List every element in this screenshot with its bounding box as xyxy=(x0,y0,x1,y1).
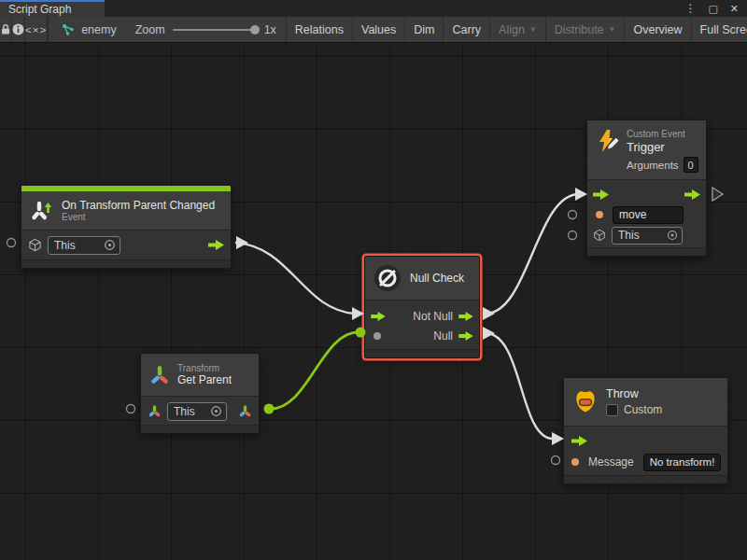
node-subtitle: Event xyxy=(62,212,215,222)
target-picker-icon[interactable] xyxy=(667,230,678,241)
node-get-parent[interactable]: Transform Get Parent This xyxy=(140,353,260,434)
zoom-label: Zoom xyxy=(135,23,165,36)
node-title: Throw xyxy=(606,387,662,400)
custom-checkbox-label: Custom xyxy=(624,403,662,416)
info-icon xyxy=(12,23,24,35)
dim-button[interactable]: Dim xyxy=(404,17,443,42)
control-output-port[interactable] xyxy=(684,189,700,200)
control-input-port[interactable] xyxy=(371,312,386,321)
relations-label: Relations xyxy=(295,23,344,36)
edit-code-button[interactable]: <×> xyxy=(25,17,48,42)
tab-bar: Script Graph ⋮ ▢ ✕ xyxy=(0,0,747,17)
arguments-count-field[interactable]: 0 xyxy=(684,157,698,173)
transform-event-icon xyxy=(30,199,54,223)
message-input-port[interactable] xyxy=(571,458,579,466)
target-picker-icon[interactable] xyxy=(104,239,116,251)
tab-script-graph[interactable]: Script Graph xyxy=(0,0,105,17)
transform-input-port[interactable] xyxy=(148,404,162,418)
graph-breadcrumb[interactable]: enemy xyxy=(49,17,126,42)
inspect-button[interactable] xyxy=(12,17,25,42)
node-category: Transform xyxy=(177,363,232,373)
node-custom-event-trigger[interactable]: Custom Event Trigger Arguments 0 xyxy=(586,119,707,257)
target-this-field[interactable]: This xyxy=(612,227,683,245)
node-title: Trigger xyxy=(627,140,698,154)
script-graph-window: Script Graph ⋮ ▢ ✕ <×> xyxy=(0,0,747,560)
node-footer xyxy=(587,247,706,256)
event-name-value: move xyxy=(619,208,646,221)
distribute-button[interactable]: Distribute ▼ xyxy=(545,17,625,42)
node-on-transform-parent-changed[interactable]: On Transform Parent Changed Event This xyxy=(21,185,232,269)
control-input-port[interactable] xyxy=(593,189,609,200)
lock-button[interactable] xyxy=(0,17,12,42)
overview-button[interactable]: Overview xyxy=(624,17,690,42)
full-screen-label: Full Screen xyxy=(700,23,747,36)
control-output-port[interactable] xyxy=(208,240,224,250)
message-field[interactable]: No transform! xyxy=(643,454,722,471)
throw-error-icon xyxy=(572,389,599,415)
node-category: Custom Event xyxy=(627,129,698,139)
carry-button[interactable]: Carry xyxy=(443,17,489,42)
target-this-value: This xyxy=(618,229,640,242)
lock-icon xyxy=(0,23,11,35)
node-body: This xyxy=(21,230,231,259)
dim-label: Dim xyxy=(414,23,434,36)
message-value: No transform! xyxy=(650,456,715,468)
target-picker-icon[interactable] xyxy=(210,405,222,417)
not-null-output-port[interactable] xyxy=(458,312,473,321)
window-controls: ⋮ ▢ ✕ xyxy=(684,0,747,17)
null-port-label: Null xyxy=(433,329,453,343)
node-null-check[interactable]: Null Check Not Null Null xyxy=(364,256,480,358)
node-title: Null Check xyxy=(410,272,464,285)
relations-button[interactable]: Relations xyxy=(286,17,352,42)
node-footer xyxy=(21,259,231,268)
zoom-value: 1x xyxy=(264,23,276,36)
graph-icon xyxy=(62,23,75,36)
transform-icon xyxy=(149,365,170,385)
node-body: move This xyxy=(587,179,706,247)
node-header: On Transform Parent Changed Event xyxy=(21,191,231,230)
chevron-down-icon: ▼ xyxy=(609,25,616,34)
null-check-icon xyxy=(374,264,402,292)
null-value-input-port[interactable] xyxy=(374,332,381,340)
chevron-down-icon: ▼ xyxy=(529,25,537,34)
zoom-slider-handle[interactable] xyxy=(250,25,260,35)
values-label: Values xyxy=(361,23,396,36)
node-body: Not Null Null xyxy=(365,300,479,349)
menu-icon[interactable]: ⋮ xyxy=(684,3,696,14)
gameobject-cube-icon xyxy=(28,238,42,252)
tab-title: Script Graph xyxy=(8,3,71,16)
full-screen-button[interactable]: Full Screen xyxy=(691,17,747,42)
node-header: Custom Event Trigger Arguments 0 xyxy=(587,120,706,179)
null-output-port[interactable] xyxy=(458,331,473,341)
node-header: Transform Get Parent xyxy=(141,354,259,396)
maximize-icon[interactable]: ▢ xyxy=(708,4,717,14)
target-this-value: This xyxy=(174,405,195,418)
control-input-port[interactable] xyxy=(571,436,587,446)
target-this-field[interactable]: This xyxy=(48,236,120,255)
graph-toolbar: <×> enemy Zoom 1x Relations Values Dim C… xyxy=(0,17,747,43)
event-name-input-port[interactable] xyxy=(596,211,603,218)
zoom-slider[interactable] xyxy=(173,29,257,31)
node-throw[interactable]: Throw Custom Message No transform! xyxy=(563,377,728,484)
align-button[interactable]: Align ▼ xyxy=(489,17,545,42)
graph-name: enemy xyxy=(81,23,117,36)
overview-label: Overview xyxy=(633,23,682,36)
align-label: Align xyxy=(499,23,525,36)
custom-checkbox[interactable] xyxy=(606,404,618,416)
message-label: Message xyxy=(588,455,634,469)
node-body: Message No transform! xyxy=(564,426,727,475)
arguments-count-value: 0 xyxy=(688,160,694,171)
close-icon[interactable]: ✕ xyxy=(730,4,739,14)
carry-label: Carry xyxy=(452,23,481,36)
values-button[interactable]: Values xyxy=(352,17,404,42)
node-body: This xyxy=(141,396,259,425)
arguments-label: Arguments xyxy=(627,160,679,171)
node-footer xyxy=(564,475,727,483)
node-footer xyxy=(365,349,479,357)
transform-output-port[interactable] xyxy=(238,404,252,418)
target-this-field[interactable]: This xyxy=(167,402,227,421)
event-name-field[interactable]: move xyxy=(613,206,684,224)
node-header: Null Check xyxy=(365,257,479,300)
target-this-value: This xyxy=(54,239,76,252)
not-null-port-label: Not Null xyxy=(413,310,453,323)
